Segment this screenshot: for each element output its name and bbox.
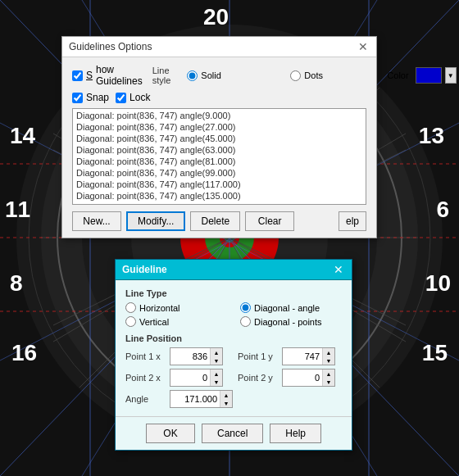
ok-button[interactable]: OK — [146, 424, 195, 443]
show-guidelines-text: how Guidelines — [96, 64, 143, 87]
list-item-1[interactable]: Diagonal: point(836, 747) angle(27.000) — [74, 121, 365, 133]
horizontal-radio[interactable] — [125, 302, 136, 313]
point1x-down-button[interactable]: ▼ — [211, 356, 222, 365]
solid-radio[interactable] — [187, 70, 198, 81]
show-guidelines-checkbox-label[interactable]: Show Guidelines — [72, 64, 143, 87]
angle-spinbox[interactable]: ▲ ▼ — [170, 390, 233, 408]
list-item-2[interactable]: Diagonal: point(836, 747) angle(45.000) — [74, 133, 365, 144]
angle-up-button[interactable]: ▲ — [220, 391, 232, 399]
list-item-0[interactable]: Diagonal: point(836, 747) angle(9.000) — [74, 110, 365, 121]
guidelines-listbox[interactable]: Diagonal: point(836, 747) angle(9.000) D… — [72, 108, 366, 205]
dots-label: Dots — [304, 70, 323, 80]
new-button[interactable]: New... — [72, 211, 121, 231]
dots-radio-label[interactable]: Dots — [290, 70, 380, 81]
guidelines-titlebar: Guidelines Options ✕ — [62, 37, 376, 57]
color-button[interactable] — [416, 67, 442, 84]
dart-number-16: 16 — [11, 340, 37, 366]
guidelines-close-button[interactable]: ✕ — [357, 41, 370, 52]
line-type-radio-group: Horizontal Diagonal - angle Vertical Dia… — [125, 302, 342, 327]
point2y-up-button[interactable]: ▲ — [323, 369, 334, 378]
color-label: Color — [387, 70, 408, 80]
dart-number-6: 6 — [436, 197, 449, 223]
point2x-spinbox[interactable]: ▲ ▼ — [170, 369, 223, 387]
color-dropdown-button[interactable]: ▼ — [445, 67, 457, 84]
snap-checkbox-label[interactable]: Snap — [72, 92, 109, 103]
diagonal-points-label: Diagonal - points — [254, 317, 322, 327]
point2x-label: Point 2 x — [125, 373, 166, 383]
point1y-label: Point 1 y — [238, 351, 279, 361]
angle-row: Angle ▲ ▼ — [125, 390, 342, 408]
help-button[interactable]: Help — [270, 424, 321, 443]
point2x-spin-buttons: ▲ ▼ — [210, 369, 222, 386]
point2y-row: Point 2 y ▲ ▼ — [238, 369, 342, 387]
line-position-title: Line Position — [125, 333, 342, 343]
guideline-titlebar: Guideline ✕ — [116, 260, 352, 280]
line-style-label: Line style — [152, 66, 171, 85]
snap-checkbox[interactable] — [72, 93, 83, 103]
dots-radio[interactable] — [290, 70, 301, 81]
help-small-button[interactable]: elp — [339, 211, 366, 231]
diagonal-angle-radio-label[interactable]: Diagonal - angle — [240, 302, 320, 313]
lock-checkbox-label[interactable]: Lock — [116, 92, 150, 103]
point2x-input[interactable] — [170, 372, 210, 383]
dart-number-15: 15 — [422, 340, 448, 366]
delete-button[interactable]: Delete — [190, 211, 240, 231]
point1x-input[interactable] — [170, 351, 210, 362]
vertical-radio-label[interactable]: Vertical — [125, 316, 216, 327]
diagonal-points-radio[interactable] — [240, 316, 251, 327]
list-item-3[interactable]: Diagonal: point(836, 747) angle(63.000) — [74, 144, 365, 156]
guidelines-title: Guidelines Options — [69, 41, 152, 52]
angle-label: Angle — [125, 394, 166, 404]
point2y-spinbox[interactable]: ▲ ▼ — [282, 369, 335, 387]
guideline-title: Guideline — [122, 264, 167, 275]
dart-number-10: 10 — [425, 270, 451, 297]
horizontal-radio-label[interactable]: Horizontal — [125, 302, 216, 313]
diagonal-points-radio-label[interactable]: Diagonal - points — [240, 316, 322, 327]
guideline-footer: OK Cancel Help — [116, 416, 352, 450]
dart-number-13: 13 — [419, 123, 444, 149]
snap-label: Snap — [86, 92, 109, 103]
point1y-spinbox[interactable]: ▲ ▼ — [282, 347, 335, 365]
point2y-down-button[interactable]: ▼ — [323, 378, 334, 386]
point1x-label: Point 1 x — [125, 351, 166, 361]
guideline-close-button[interactable]: ✕ — [332, 264, 345, 275]
angle-down-button[interactable]: ▼ — [220, 399, 232, 407]
list-item-8[interactable]: Diagonal: point(836, 747) angle(153.000) — [74, 202, 365, 205]
point1y-down-button[interactable]: ▼ — [323, 356, 334, 365]
point2x-down-button[interactable]: ▼ — [211, 378, 222, 386]
dart-number-8: 8 — [10, 270, 23, 297]
line-position-section: Line Position Point 1 x ▲ ▼ Point 1 y — [125, 333, 342, 408]
point2x-up-button[interactable]: ▲ — [211, 369, 222, 378]
modify-button[interactable]: Modify... — [126, 211, 185, 231]
vertical-radio[interactable] — [125, 316, 136, 327]
point2y-input[interactable] — [283, 372, 322, 383]
angle-input[interactable] — [170, 393, 220, 405]
lock-checkbox[interactable] — [116, 93, 126, 103]
show-guidelines-label: S — [86, 70, 93, 81]
show-guidelines-checkbox[interactable] — [72, 70, 83, 81]
dart-number-11: 11 — [5, 197, 30, 223]
point1y-input[interactable] — [283, 351, 322, 362]
color-section: Color ▼ — [387, 67, 456, 84]
angle-spin-buttons: ▲ ▼ — [220, 391, 232, 407]
list-item-6[interactable]: Diagonal: point(836, 747) angle(117.000) — [74, 179, 365, 190]
clear-button[interactable]: Clear — [245, 211, 294, 231]
list-item-4[interactable]: Diagonal: point(836, 747) angle(81.000) — [74, 156, 365, 167]
vertical-label: Vertical — [139, 317, 169, 327]
point1x-spin-buttons: ▲ ▼ — [210, 348, 222, 365]
point1y-up-button[interactable]: ▲ — [323, 348, 334, 356]
dart-number-20: 20 — [203, 4, 229, 30]
point1x-spinbox[interactable]: ▲ ▼ — [170, 347, 223, 365]
diagonal-angle-radio[interactable] — [240, 302, 251, 313]
point1x-up-button[interactable]: ▲ — [211, 348, 222, 356]
point1y-spin-buttons: ▲ ▼ — [322, 348, 334, 365]
list-item-5[interactable]: Diagonal: point(836, 747) angle(99.000) — [74, 167, 365, 179]
cancel-button[interactable]: Cancel — [202, 424, 263, 443]
dart-number-14: 14 — [10, 123, 35, 149]
horizontal-label: Horizontal — [139, 303, 180, 313]
guidelines-buttons-row: New... Modify... Delete Clear elp — [72, 211, 366, 231]
diagonal-angle-label: Diagonal - angle — [254, 303, 320, 313]
position-grid: Point 1 x ▲ ▼ Point 1 y — [125, 347, 342, 387]
solid-radio-label[interactable]: Solid — [187, 70, 277, 81]
list-item-7[interactable]: Diagonal: point(836, 747) angle(135.000) — [74, 190, 365, 202]
